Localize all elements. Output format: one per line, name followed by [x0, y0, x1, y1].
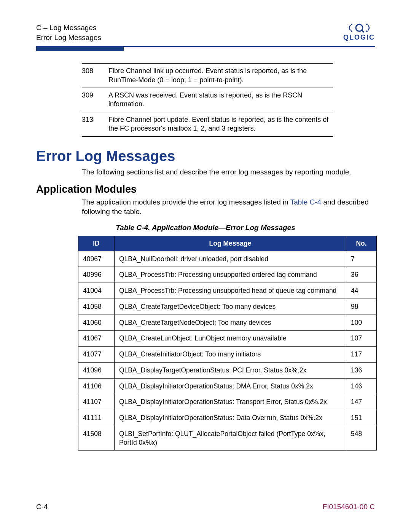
cell-id: 40967: [78, 251, 115, 267]
table-caption: Table C-4. Application Module—Error Log …: [36, 224, 375, 232]
svg-point-5: [366, 30, 368, 32]
error-log-table: ID Log Message No. 40967QLBA_NullDoorbel…: [78, 236, 377, 451]
cell-msg: QLBI_SetPortInfo: QLUT_AllocatePortalObj…: [115, 426, 346, 451]
table-header-row: ID Log Message No.: [78, 236, 377, 251]
cell-no: 146: [346, 378, 377, 394]
cell-msg: QLBA_CreateTargetNodeObject: Too many de…: [115, 315, 346, 331]
table-row: 41067QLBA_CreateLunObject: LunObject mem…: [78, 331, 377, 347]
cell-no: 107: [346, 331, 377, 347]
table-row: 41106QLBA_DisplayInitiatorOperationStatu…: [78, 378, 377, 394]
cell-msg: QLBA_CreateLunObject: LunObject memory u…: [115, 331, 346, 347]
cell-msg: QLBA_ProcessTrb: Processing unsupported …: [115, 283, 346, 299]
table-reference-link[interactable]: Table C-4: [290, 198, 321, 206]
cell-no: 100: [346, 315, 377, 331]
cell-no: 7: [346, 251, 377, 267]
cell-no: 136: [346, 362, 377, 378]
cell-msg: QLBA_DisplayInitiatorOperationStatus: Tr…: [115, 394, 346, 410]
cell-id: 41058: [78, 299, 115, 315]
header-rule: [36, 46, 375, 51]
cell-id: 41107: [78, 394, 115, 410]
page-header: C – Log Messages Error Log Messages QLOG…: [36, 23, 375, 42]
cell-id: 41004: [78, 283, 115, 299]
table-row: 41004QLBA_ProcessTrb: Processing unsuppo…: [78, 283, 377, 299]
svg-point-3: [366, 24, 368, 25]
table-row: 313 Fibre Channel port update. Event sta…: [82, 112, 333, 136]
cell-id: 41508: [78, 426, 115, 451]
row-text: Fibre Channel link up occurred. Event st…: [108, 64, 333, 88]
cell-msg: QLBA_DisplayInitiatorOperationStatus: Da…: [115, 410, 346, 426]
header-line-2: Error Log Messages: [36, 33, 101, 43]
table-row: 40996QLBA_ProcessTrb: Processing unsuppo…: [78, 267, 377, 283]
header-breadcrumb: C – Log Messages Error Log Messages: [36, 23, 101, 42]
row-id: 308: [82, 64, 108, 88]
cell-no: 548: [346, 426, 377, 451]
row-text: A RSCN was received. Event status is rep…: [108, 88, 333, 112]
subsection-heading: Application Modules: [36, 184, 375, 195]
header-line-1: C – Log Messages: [36, 23, 101, 33]
brand-name: QLOGIC: [343, 34, 375, 42]
continuation-table: 308 Fibre Channel link up occurred. Even…: [82, 63, 333, 136]
table-row: 41508QLBI_SetPortInfo: QLUT_AllocatePort…: [78, 426, 377, 451]
footer-page-number: C-4: [36, 503, 48, 511]
table-row: 41077QLBA_CreateInitiatorObject: Too man…: [78, 347, 377, 363]
cell-msg: QLBA_DisplayTargetOperationStatus: PCI E…: [115, 362, 346, 378]
body-pre: The application modules provide the erro…: [82, 198, 290, 206]
row-text: Fibre Channel port update. Event status …: [108, 112, 333, 136]
cell-no: 117: [346, 347, 377, 363]
table-row: 41107QLBA_DisplayInitiatorOperationStatu…: [78, 394, 377, 410]
svg-point-2: [351, 24, 352, 25]
cell-id: 41111: [78, 410, 115, 426]
table-row: 308 Fibre Channel link up occurred. Even…: [82, 64, 333, 88]
cell-msg: QLBA_CreateTargetDeviceObject: Too many …: [115, 299, 346, 315]
cell-msg: QLBA_ProcessTrb: Processing unsupported …: [115, 267, 346, 283]
cell-no: 98: [346, 299, 377, 315]
table-row: 41096QLBA_DisplayTargetOperationStatus: …: [78, 362, 377, 378]
row-id: 309: [82, 88, 108, 112]
page-footer: C-4 FI0154601-00 C: [36, 503, 375, 511]
cell-msg: QLBA_DisplayInitiatorOperationStatus: DM…: [115, 378, 346, 394]
cell-msg: QLBA_CreateInitiatorObject: Too many ini…: [115, 347, 346, 363]
table-row: 309 A RSCN was received. Event status is…: [82, 88, 333, 112]
qlogic-icon: [348, 23, 370, 33]
col-id: ID: [78, 236, 115, 251]
cell-id: 41096: [78, 362, 115, 378]
col-no: No.: [346, 236, 377, 251]
cell-id: 41106: [78, 378, 115, 394]
cell-no: 44: [346, 283, 377, 299]
section-body: The following sections list and describe…: [82, 168, 375, 177]
cell-no: 36: [346, 267, 377, 283]
table-row: 41058QLBA_CreateTargetDeviceObject: Too …: [78, 299, 377, 315]
svg-point-4: [351, 30, 352, 32]
cell-id: 41077: [78, 347, 115, 363]
row-id: 313: [82, 112, 108, 136]
col-msg: Log Message: [115, 236, 346, 251]
subsection-body: The application modules provide the erro…: [82, 198, 375, 216]
footer-doc-id: FI0154601-00 C: [323, 503, 375, 511]
cell-id: 41060: [78, 315, 115, 331]
table-row: 40967QLBA_NullDoorbell: driver unloaded,…: [78, 251, 377, 267]
cell-msg: QLBA_NullDoorbell: driver unloaded, port…: [115, 251, 346, 267]
cell-no: 151: [346, 410, 377, 426]
cell-id: 40996: [78, 267, 115, 283]
brand-logo: QLOGIC: [343, 23, 375, 42]
table-row: 41060QLBA_CreateTargetNodeObject: Too ma…: [78, 315, 377, 331]
cell-id: 41067: [78, 331, 115, 347]
document-page: C – Log Messages Error Log Messages QLOG…: [0, 0, 411, 532]
table-row: 41111QLBA_DisplayInitiatorOperationStatu…: [78, 410, 377, 426]
cell-no: 147: [346, 394, 377, 410]
section-heading: Error Log Messages: [36, 148, 375, 165]
svg-line-1: [362, 30, 364, 32]
